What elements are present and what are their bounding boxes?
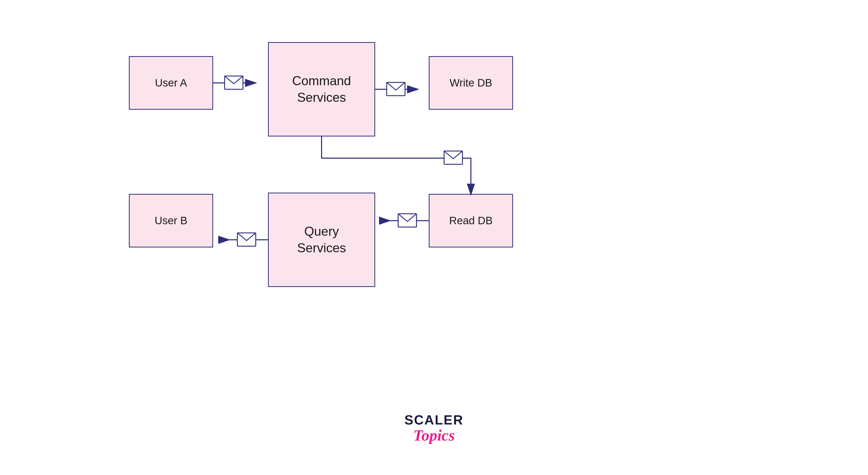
write-db-label: Write DB xyxy=(450,76,492,90)
svg-rect-6 xyxy=(237,233,256,246)
logo-topics: Topics xyxy=(405,426,464,444)
envelope-read-db-query xyxy=(398,214,416,227)
svg-rect-5 xyxy=(398,214,416,227)
logo-container: SCALER Topics xyxy=(405,412,464,444)
read-db-box: Read DB xyxy=(429,194,513,248)
svg-rect-4 xyxy=(444,151,462,164)
user-a-box: User A xyxy=(129,56,213,110)
logo-scaler: SCALER xyxy=(405,412,464,428)
user-a-label: User A xyxy=(155,76,187,90)
write-db-box: Write DB xyxy=(429,56,513,110)
arrow-command-to-read-db xyxy=(321,136,471,194)
svg-rect-3 xyxy=(386,83,405,96)
command-services-label: CommandServices xyxy=(292,73,351,106)
user-b-box: User B xyxy=(129,194,213,248)
query-services-box: QueryServices xyxy=(268,193,375,287)
read-db-label: Read DB xyxy=(449,214,493,228)
command-services-box: CommandServices xyxy=(268,42,375,136)
envelope-query-user-b xyxy=(237,233,256,246)
svg-rect-2 xyxy=(225,76,243,89)
envelope-command-write-db xyxy=(386,83,405,96)
user-b-label: User B xyxy=(155,214,187,228)
envelope-user-a-command xyxy=(225,76,243,89)
diagram-container: User A CommandServices Write DB Read DB … xyxy=(0,0,868,475)
query-services-label: QueryServices xyxy=(297,223,346,256)
envelope-command-read-db xyxy=(444,151,462,164)
